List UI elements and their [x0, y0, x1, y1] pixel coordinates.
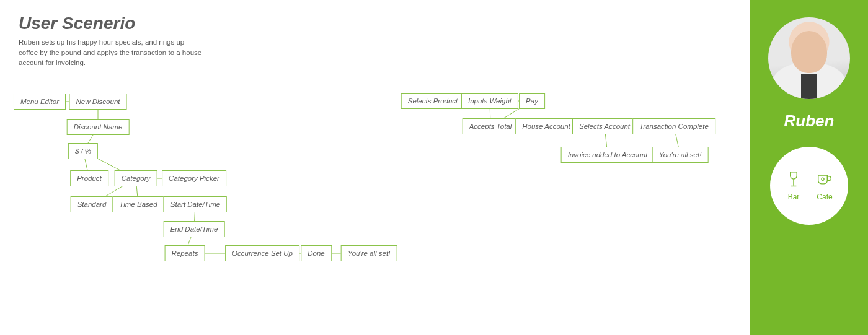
flow-node-pay: Pay	[519, 93, 545, 109]
flow-node-all-set-a: You're all set!	[341, 245, 397, 261]
persona-type-label: Cafe	[817, 193, 832, 201]
flow-node-product: Product	[70, 170, 108, 186]
flow-node-transaction-complete: Transaction Complete	[632, 118, 715, 134]
flow-node-selects-account: Selects Account	[572, 118, 637, 134]
flow-node-standard: Standard	[71, 196, 113, 212]
flow-node-category: Category	[115, 170, 157, 186]
flow-node-menu-editor: Menu Editor	[14, 94, 66, 110]
persona-name: Ruben	[784, 111, 835, 131]
flow-node-selects-product: Selects Product	[401, 93, 465, 109]
persona-type-cafe: Cafe	[815, 170, 834, 201]
wine-glass-icon	[784, 170, 803, 189]
flow-node-start-datetime: Start Date/Time	[164, 196, 227, 212]
flow-node-end-datetime: End Date/Time	[164, 221, 225, 237]
flow-node-inputs-weight: Inputs Weight	[461, 93, 518, 109]
flow-node-dollar-pct: $ / %	[68, 143, 98, 159]
flow-node-new-discount: New Discount	[69, 94, 127, 110]
flow-node-time-based: Time Based	[112, 196, 164, 212]
diagram-canvas: User Scenerio Ruben sets up his happy ho…	[0, 0, 750, 335]
flow-node-accepts-total: Accepts Total	[463, 118, 519, 134]
flow-node-house-account: House Account	[515, 118, 577, 134]
persona-types-circle: Bar Cafe	[770, 147, 848, 225]
persona-avatar	[768, 17, 850, 99]
persona-type-bar: Bar	[784, 170, 803, 201]
flow-node-done: Done	[301, 245, 332, 261]
svg-point-25	[822, 178, 824, 180]
persona-sidebar: Ruben Bar Cafe	[750, 0, 868, 335]
persona-type-label: Bar	[788, 193, 800, 201]
flow-node-occurrence-setup: Occurrence Set Up	[225, 245, 299, 261]
flow-node-category-picker: Category Picker	[162, 170, 226, 186]
flow-node-invoice-added: Invoice added to Account	[561, 147, 655, 163]
flow-node-all-set-b: You're all set!	[652, 147, 709, 163]
flow-node-repeats: Repeats	[165, 245, 205, 261]
flow-edges	[0, 0, 750, 335]
coffee-cup-icon	[815, 170, 834, 189]
flow-node-discount-name: Discount Name	[67, 119, 130, 135]
